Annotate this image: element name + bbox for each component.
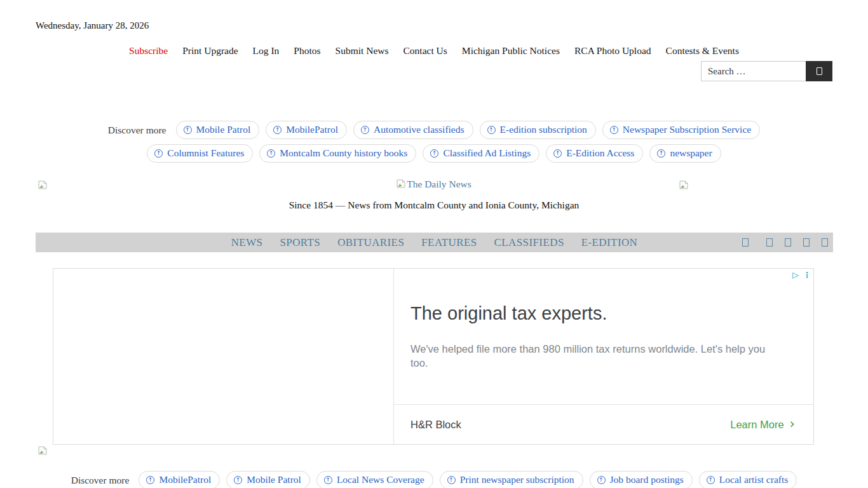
chip-label: Mobile Patrol: [247, 474, 301, 485]
discover-arrow-icon: ↑: [430, 149, 438, 158]
chip-e-edition-access[interactable]: ↑E-Edition Access: [546, 144, 643, 163]
chip-print-newspaper-subscription[interactable]: ↑Print newspaper subscription: [440, 471, 583, 488]
discover-arrow-icon: ↑: [361, 126, 369, 134]
chip-label: E-edition subscription: [500, 124, 587, 135]
discover-arrow-icon: ↑: [610, 126, 618, 134]
ad-body-text: We've helped file more than 980 million …: [410, 342, 778, 370]
discover-arrow-icon: ↑: [597, 476, 606, 484]
search-input[interactable]: [701, 61, 806, 81]
discover-more-bottom-row: Discover more ↑MobilePatrol ↑Mobile Patr…: [0, 471, 868, 488]
tab-features[interactable]: FEATURES: [421, 236, 477, 249]
discover-more-top-row2: ↑Columnist Features ↑Montcalm County his…: [0, 144, 868, 163]
discover-arrow-icon: ↑: [487, 126, 496, 134]
chip-newspaper-subscription-service[interactable]: ↑Newspaper Subscription Service: [602, 121, 760, 139]
tab-classifieds[interactable]: CLASSIFIEDS: [494, 236, 564, 249]
social-icon[interactable]: [742, 238, 749, 247]
chip-label: Mobile Patrol: [196, 124, 251, 135]
discover-arrow-icon: ↑: [154, 149, 163, 158]
chip-label: Local News Coverage: [337, 474, 424, 485]
discover-arrow-icon: ↑: [184, 126, 192, 134]
chip-label: MobilePatrol: [286, 124, 338, 135]
broken-image-icon: [38, 446, 47, 458]
chip-montcalm-county-history-books[interactable]: ↑Montcalm County history books: [259, 144, 416, 163]
chip-local-news-coverage[interactable]: ↑Local News Coverage: [316, 471, 433, 488]
chip-label: Print newspaper subscription: [460, 474, 574, 485]
ad-content: ▷ ⋮ The original tax experts. We've help…: [394, 269, 813, 444]
top-menu-submit-news[interactable]: Submit News: [336, 45, 389, 57]
top-menu-log-in[interactable]: Log In: [253, 45, 280, 57]
discover-arrow-icon: ↑: [657, 149, 665, 158]
social-icon[interactable]: [785, 238, 791, 247]
chip-label: Job board postings: [610, 474, 684, 485]
discover-more-label: Discover more: [71, 475, 130, 486]
chip-label: Montcalm County history books: [280, 147, 407, 159]
ad-headline: The original tax experts.: [410, 303, 607, 324]
discover-arrow-icon: ↑: [553, 149, 562, 158]
top-menu-contact-us[interactable]: Contact Us: [403, 45, 447, 57]
chip-label: Local artist crafts: [719, 474, 788, 485]
discover-arrow-icon: ↑: [267, 149, 275, 158]
chip-classified-ad-listings[interactable]: ↑Classified Ad Listings: [423, 144, 539, 163]
ad-cta-label: Learn More: [730, 419, 783, 431]
chip-automotive-classifieds[interactable]: ↑Automotive classifieds: [353, 121, 473, 139]
page-date: Wednesday, January 28, 2026: [36, 20, 149, 31]
ad-image-placeholder: [53, 269, 394, 444]
top-utility-menu: Subscribe Print Upgrade Log In Photos Su…: [0, 45, 868, 57]
discover-more-top-row1: Discover more ↑Mobile Patrol ↑MobilePatr…: [0, 121, 868, 139]
advertisement[interactable]: ▷ ⋮ The original tax experts. We've help…: [53, 268, 814, 445]
chip-label: Columnist Features: [167, 147, 244, 159]
broken-image-icon: [397, 179, 405, 191]
ad-learn-more-button[interactable]: Learn More ›: [730, 419, 795, 431]
top-menu-contests-events[interactable]: Contests & Events: [666, 45, 739, 57]
site-logo-link[interactable]: The Daily News: [397, 179, 471, 191]
main-nav-bar: NEWS SPORTS OBITUARIES FEATURES CLASSIFI…: [36, 233, 833, 252]
social-icon[interactable]: [822, 238, 828, 247]
tab-e-edition[interactable]: E-EDITION: [581, 236, 638, 249]
discover-arrow-icon: ↑: [146, 476, 154, 484]
top-menu-michigan-public-notices[interactable]: Michigan Public Notices: [462, 45, 560, 57]
masthead: The Daily News: [0, 179, 868, 191]
chevron-right-icon: ›: [790, 417, 795, 431]
discover-arrow-icon: ↑: [324, 476, 332, 484]
search-button[interactable]: [806, 61, 832, 81]
discover-arrow-icon: ↑: [234, 476, 242, 484]
chip-label: Automotive classifieds: [374, 124, 465, 135]
adchoices-icon[interactable]: ▷: [792, 271, 799, 279]
chip-label: Newspaper Subscription Service: [623, 124, 751, 135]
chip-label: E-Edition Access: [566, 147, 634, 159]
chip-mobile-patrol[interactable]: ↑Mobile Patrol: [176, 121, 260, 139]
main-nav-menu: NEWS SPORTS OBITUARIES FEATURES CLASSIFI…: [36, 233, 833, 252]
site-tagline: Since 1854 — News from Montcalm County a…: [0, 200, 868, 211]
chip-local-artist-crafts[interactable]: ↑Local artist crafts: [699, 471, 797, 488]
chip-label: Classified Ad Listings: [443, 147, 531, 159]
tab-obituaries[interactable]: OBITUARIES: [337, 236, 404, 249]
discover-arrow-icon: ↑: [447, 476, 456, 484]
chip-label: MobilePatrol: [159, 474, 211, 485]
search-icon: [817, 67, 822, 75]
ad-advertiser-name: H&R Block: [410, 419, 461, 431]
tab-news[interactable]: NEWS: [231, 236, 263, 249]
social-icon[interactable]: [803, 238, 810, 247]
discover-more-label: Discover more: [108, 125, 166, 136]
chip-e-edition-subscription[interactable]: ↑E-edition subscription: [480, 121, 596, 139]
site-logo-alt-text: The Daily News: [407, 179, 471, 190]
discover-arrow-icon: ↑: [707, 476, 715, 484]
chip-mobilepatrol[interactable]: ↑MobilePatrol: [139, 471, 220, 488]
ad-options-dots-icon[interactable]: ⋮: [803, 271, 811, 279]
chip-newspaper[interactable]: ↑newspaper: [649, 144, 721, 163]
top-menu-print-upgrade[interactable]: Print Upgrade: [182, 45, 238, 57]
broken-image-icon: [679, 180, 688, 192]
tab-sports[interactable]: SPORTS: [280, 236, 320, 249]
discover-arrow-icon: ↑: [273, 126, 281, 134]
top-menu-photos[interactable]: Photos: [294, 45, 320, 57]
ad-footer: H&R Block Learn More ›: [394, 404, 813, 444]
search-bar: [701, 61, 832, 81]
chip-job-board-postings[interactable]: ↑Job board postings: [590, 471, 693, 488]
social-icon[interactable]: [766, 238, 773, 247]
top-menu-subscribe[interactable]: Subscribe: [129, 45, 168, 57]
chip-mobilepatrol[interactable]: ↑MobilePatrol: [266, 121, 347, 139]
chip-mobile-patrol[interactable]: ↑Mobile Patrol: [226, 471, 310, 488]
top-menu-rca-photo-upload[interactable]: RCA Photo Upload: [574, 45, 651, 57]
chip-columnist-features[interactable]: ↑Columnist Features: [147, 144, 253, 163]
social-icons-group: [742, 238, 828, 247]
